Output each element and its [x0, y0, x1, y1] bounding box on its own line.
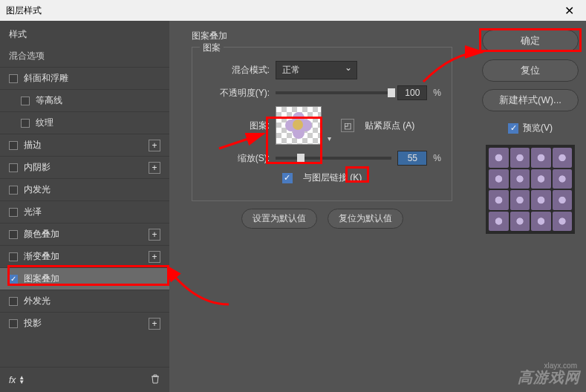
sidebar-item-10[interactable]: 外发光	[0, 290, 169, 312]
pattern-overlay-group: 图案叠加 图案 混合模式: 正常 不透明度(Y): 100 % 图案:	[181, 30, 463, 239]
sidebar-checkbox[interactable]	[9, 163, 18, 172]
sidebar-item-6[interactable]: 光泽	[0, 200, 169, 223]
sidebar-footer: fx ▲▼	[0, 367, 169, 392]
ok-button[interactable]: 确定	[482, 30, 579, 52]
pattern-swatch[interactable]: ▾	[276, 106, 322, 145]
blend-mode-select[interactable]: 正常	[276, 61, 357, 79]
new-style-button[interactable]: 新建样式(W)...	[482, 89, 579, 111]
sidebar-item-label: 投影	[24, 317, 42, 330]
preview-thumbnail	[486, 145, 575, 234]
opacity-label: 不透明度(Y):	[203, 87, 270, 99]
pattern-group: 图案 混合模式: 正常 不透明度(Y): 100 % 图案:	[192, 47, 452, 201]
sidebar-item-label: 描边	[24, 139, 42, 151]
opacity-row: 不透明度(Y): 100 %	[203, 85, 441, 100]
opacity-slider[interactable]	[276, 91, 391, 94]
sidebar-item-11[interactable]: 投影+	[0, 312, 169, 334]
sidebar-item-label: 颜色叠加	[24, 228, 59, 241]
sidebar: 样式 混合选项 斜面和浮雕等高线纹理描边+内阴影+内发光光泽颜色叠加+渐变叠加+…	[0, 21, 169, 392]
sidebar-checkbox[interactable]	[21, 119, 30, 128]
blend-options[interactable]: 混合选项	[0, 45, 169, 67]
sidebar-item-label: 斜面和浮雕	[24, 72, 68, 85]
blend-mode-row: 混合模式: 正常	[203, 61, 441, 79]
titlebar: 图层样式 ✕	[0, 0, 586, 21]
set-default-button[interactable]: 设置为默认值	[241, 209, 317, 229]
preview-checkbox[interactable]: ✓	[508, 123, 518, 134]
sidebar-item-label: 内阴影	[24, 161, 51, 174]
reset-default-button[interactable]: 复位为默认值	[328, 209, 403, 229]
sidebar-item-5[interactable]: 内发光	[0, 178, 169, 200]
fx-updown-icon[interactable]: ▲▼	[19, 376, 25, 385]
sidebar-checkbox[interactable]	[9, 186, 18, 195]
sidebar-checkbox[interactable]	[21, 97, 30, 105]
plus-icon[interactable]: +	[149, 229, 160, 241]
snap-origin-icon[interactable]: ◰	[341, 119, 354, 132]
content-panel: 图案叠加 图案 混合模式: 正常 不透明度(Y): 100 % 图案:	[169, 21, 475, 392]
sidebar-item-3[interactable]: 描边+	[0, 134, 169, 156]
sidebar-item-label: 光泽	[24, 206, 42, 218]
plus-icon[interactable]: +	[149, 251, 160, 263]
outer-group-title: 图案叠加	[192, 30, 452, 42]
plus-icon[interactable]: +	[149, 162, 160, 174]
snap-origin-label[interactable]: 贴紧原点 (A)	[365, 120, 414, 132]
inner-group-title: 图案	[200, 42, 224, 54]
sidebar-item-4[interactable]: 内阴影+	[0, 156, 169, 178]
sidebar-checkbox[interactable]	[9, 252, 18, 261]
watermark-text: 高游戏网	[518, 368, 580, 388]
sidebar-item-label: 图案叠加	[24, 272, 59, 285]
default-buttons-row: 设置为默认值 复位为默认值	[192, 209, 452, 229]
sidebar-checkbox[interactable]	[9, 74, 18, 83]
pattern-row: 图案: ▾ ◰ 贴紧原点 (A)	[203, 106, 441, 145]
sidebar-item-1[interactable]: 等高线	[0, 89, 169, 111]
sidebar-checkbox[interactable]: ✓	[9, 275, 18, 284]
flower-icon	[285, 112, 312, 139]
sidebar-item-label: 等高线	[36, 94, 62, 107]
link-layer-label: 与图层链接 (K)	[303, 172, 362, 184]
opacity-input[interactable]: 100	[397, 85, 427, 100]
sidebar-item-7[interactable]: 颜色叠加+	[0, 223, 169, 245]
preview-row: ✓ 预览(V)	[508, 122, 553, 134]
trash-icon[interactable]	[150, 373, 160, 386]
sidebar-header: 样式	[0, 21, 169, 45]
plus-icon[interactable]: +	[149, 318, 160, 330]
sidebar-item-label: 内发光	[24, 183, 51, 196]
blend-mode-label: 混合模式:	[203, 64, 270, 76]
sidebar-checkbox[interactable]	[9, 208, 18, 217]
sidebar-item-2[interactable]: 纹理	[0, 111, 169, 134]
right-column: 确定 复位 新建样式(W)... ✓ 预览(V)	[475, 21, 586, 392]
scale-label: 缩放(S):	[203, 152, 270, 165]
link-layer-row: ✓ 与图层链接 (K)	[203, 172, 441, 184]
opacity-pct: %	[433, 88, 441, 98]
sidebar-checkbox[interactable]	[9, 297, 18, 306]
sidebar-item-label: 纹理	[36, 117, 53, 129]
scale-pct: %	[433, 153, 441, 163]
link-layer-checkbox[interactable]: ✓	[282, 173, 293, 183]
sidebar-item-8[interactable]: 渐变叠加+	[0, 245, 169, 267]
sidebar-item-0[interactable]: 斜面和浮雕	[0, 67, 169, 89]
sidebar-item-9[interactable]: ✓图案叠加	[0, 267, 169, 290]
pattern-label: 图案:	[203, 120, 270, 132]
sidebar-item-label: 渐变叠加	[24, 250, 59, 263]
sidebar-checkbox[interactable]	[9, 141, 18, 150]
scale-input[interactable]: 55	[397, 151, 427, 166]
scale-slider[interactable]	[276, 157, 391, 160]
sidebar-item-label: 外发光	[24, 295, 51, 307]
scale-row: 缩放(S): 55 %	[203, 151, 441, 166]
reset-button[interactable]: 复位	[482, 59, 579, 82]
main-area: 样式 混合选项 斜面和浮雕等高线纹理描边+内阴影+内发光光泽颜色叠加+渐变叠加+…	[0, 21, 586, 392]
plus-icon[interactable]: +	[149, 140, 160, 151]
preview-label: 预览(V)	[523, 122, 553, 134]
window-title: 图层样式	[6, 4, 42, 17]
close-icon[interactable]: ✕	[559, 4, 580, 18]
sidebar-checkbox[interactable]	[9, 319, 18, 328]
chevron-down-icon[interactable]: ▾	[328, 134, 331, 143]
sidebar-checkbox[interactable]	[9, 230, 18, 239]
fx-label[interactable]: fx	[9, 375, 16, 385]
